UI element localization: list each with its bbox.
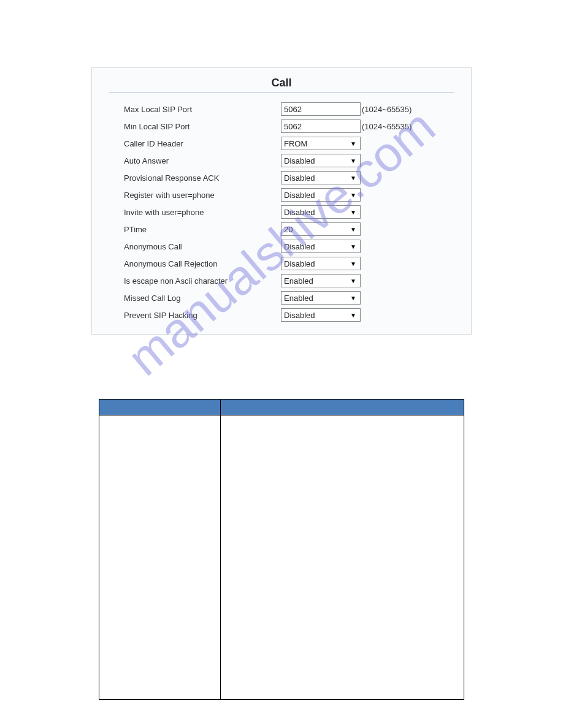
form-row: Caller ID HeaderFROM▼ <box>109 135 454 151</box>
chevron-down-icon: ▼ <box>350 243 356 250</box>
select-value: Disabled <box>284 191 315 200</box>
form-row: Is escape non Ascii characterEnabled▼ <box>109 273 454 289</box>
form-row: Provisional Response ACKDisabled▼ <box>109 170 454 186</box>
select-input[interactable]: Enabled▼ <box>281 291 361 305</box>
chevron-down-icon: ▼ <box>350 278 356 284</box>
select-value: Enabled <box>284 276 313 286</box>
select-input[interactable]: Disabled▼ <box>281 154 361 167</box>
form-label: Anonymous Call <box>109 242 281 251</box>
select-value: Disabled <box>284 242 315 251</box>
panel-title: Call <box>109 77 454 93</box>
form-row: Anonymous CallDisabled▼ <box>109 238 454 254</box>
form-row: Max Local SIP Port(1024~65535) <box>109 101 454 117</box>
form-label: Invite with user=phone <box>109 208 281 217</box>
chevron-down-icon: ▼ <box>350 312 356 319</box>
form-label: Register with user=phone <box>109 191 281 200</box>
select-input[interactable]: Disabled▼ <box>281 171 361 184</box>
form-row: Invite with user=phoneDisabled▼ <box>109 204 454 220</box>
form-label: Max Local SIP Port <box>109 105 281 114</box>
form-label: Anonymous Call Rejection <box>109 259 281 268</box>
form-row: Auto AnswerDisabled▼ <box>109 153 454 169</box>
chevron-down-icon: ▼ <box>350 209 356 216</box>
select-input[interactable]: Disabled▼ <box>281 188 361 202</box>
select-value: Disabled <box>284 311 315 320</box>
select-input[interactable]: Disabled▼ <box>281 308 361 322</box>
select-value: Disabled <box>284 173 315 183</box>
form-label: Missed Call Log <box>109 294 281 303</box>
chevron-down-icon: ▼ <box>350 140 356 147</box>
select-input[interactable]: 20▼ <box>281 222 361 236</box>
form-label: Provisional Response ACK <box>109 173 281 183</box>
form-label: PTime <box>109 225 281 234</box>
table-cell-col2 <box>221 415 464 700</box>
chevron-down-icon: ▼ <box>350 192 356 199</box>
call-config-panel: Call Max Local SIP Port(1024~65535)Min L… <box>91 67 472 335</box>
hint-text: (1024~65535) <box>362 105 412 114</box>
chevron-down-icon: ▼ <box>350 157 356 164</box>
select-input[interactable]: Enabled▼ <box>281 274 361 287</box>
select-input[interactable]: Disabled▼ <box>281 205 361 219</box>
text-input[interactable] <box>281 119 361 133</box>
form-row: Prevent SIP HackingDisabled▼ <box>109 307 454 323</box>
chevron-down-icon: ▼ <box>350 260 356 267</box>
form-label: Min Local SIP Port <box>109 122 281 131</box>
form-label: Is escape non Ascii character <box>109 276 281 286</box>
hint-text: (1024~65535) <box>362 122 412 131</box>
select-value: Disabled <box>284 156 315 165</box>
text-input[interactable] <box>281 102 361 116</box>
chevron-down-icon: ▼ <box>350 175 356 181</box>
form-row: PTime20▼ <box>109 221 454 237</box>
table-cell-col1 <box>99 415 221 700</box>
select-value: Enabled <box>284 294 313 303</box>
description-table <box>99 399 464 700</box>
select-value: Disabled <box>284 259 315 268</box>
select-value: FROM <box>284 139 307 148</box>
select-input[interactable]: Disabled▼ <box>281 257 361 270</box>
table-header-col1 <box>99 400 221 415</box>
form-label: Auto Answer <box>109 156 281 165</box>
form-label: Prevent SIP Hacking <box>109 311 281 320</box>
chevron-down-icon: ▼ <box>350 226 356 233</box>
form-label: Caller ID Header <box>109 139 281 148</box>
select-value: Disabled <box>284 208 315 217</box>
form-row: Anonymous Call RejectionDisabled▼ <box>109 256 454 271</box>
form-row: Register with user=phoneDisabled▼ <box>109 187 454 203</box>
chevron-down-icon: ▼ <box>350 295 356 301</box>
select-input[interactable]: FROM▼ <box>281 137 361 150</box>
form-row: Missed Call LogEnabled▼ <box>109 290 454 306</box>
select-value: 20 <box>284 225 293 234</box>
form-row: Min Local SIP Port(1024~65535) <box>109 118 454 134</box>
select-input[interactable]: Disabled▼ <box>281 240 361 253</box>
table-header-col2 <box>221 400 464 415</box>
